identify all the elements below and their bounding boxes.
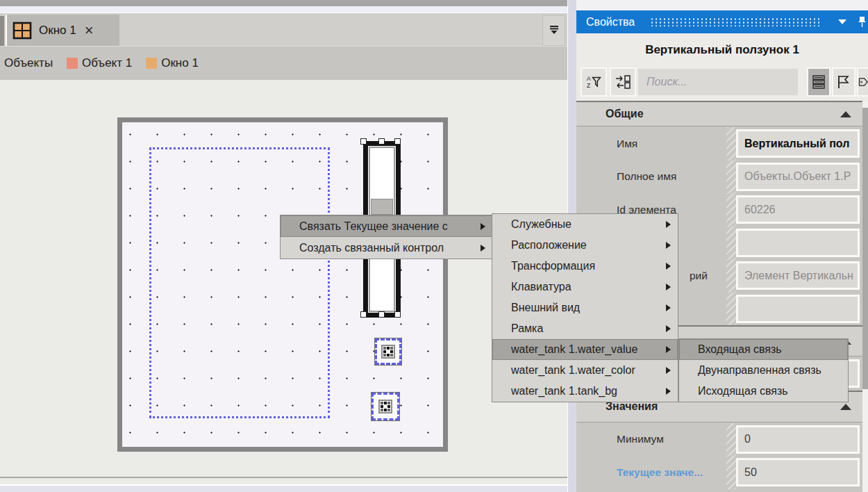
menu-item-label: Расположение xyxy=(511,239,587,252)
section-header-0[interactable]: Общие xyxy=(576,101,862,126)
property-row: Текущее значе...50 xyxy=(576,456,868,489)
property-value-field[interactable]: Объекты.Объект 1.Р xyxy=(736,163,860,191)
breadcrumb-item[interactable]: Объекты xyxy=(4,56,53,70)
menu-item[interactable]: water_tank 1.water_color xyxy=(492,360,678,381)
tab-close-icon[interactable]: × xyxy=(85,24,94,38)
menu-item-label: Внешний вид xyxy=(511,302,580,314)
menu-item[interactable]: Двунаправленная связь xyxy=(679,360,848,381)
menu-item[interactable]: Связать Текущее значение с xyxy=(281,215,492,237)
slider-thumb[interactable] xyxy=(371,199,393,215)
tag-icon xyxy=(858,74,868,90)
bind-navigate-button[interactable] xyxy=(610,67,636,97)
submenu-arrow-icon xyxy=(666,304,671,311)
collapse-arrow-icon[interactable] xyxy=(840,404,851,410)
menu-item-label: water_tank 1.tank_bg xyxy=(511,385,617,397)
submenu-arrow-icon xyxy=(666,346,671,353)
property-value-text: Объекты.Объект 1.Р xyxy=(744,170,851,183)
design-window-surface[interactable] xyxy=(117,117,448,452)
property-value-field[interactable]: 0 xyxy=(736,425,860,454)
property-label-text: Полное имя xyxy=(617,170,676,183)
tab-okno-1[interactable]: Окно 1 × xyxy=(6,15,119,46)
breadcrumb-item[interactable]: Окно 1 xyxy=(161,56,199,70)
property-value-text: 0 xyxy=(744,433,751,445)
menu-item-label: Рамка xyxy=(511,322,543,335)
menu-item-label: Входящая связь xyxy=(698,343,782,356)
context-submenu-link-type: Входящая связьДвунаправленная связьИсход… xyxy=(678,338,849,402)
bottom-panel-edge xyxy=(0,484,567,492)
bind-navigate-icon xyxy=(615,74,631,90)
submenu-arrow-icon xyxy=(666,367,671,374)
tag-button[interactable] xyxy=(857,67,868,97)
property-label: Полное имя xyxy=(576,161,736,194)
submenu-arrow-icon xyxy=(481,245,485,252)
selection-handle[interactable] xyxy=(394,311,401,318)
property-value-field[interactable]: Элемент Вертикальн xyxy=(736,261,860,290)
selection-handle[interactable] xyxy=(360,311,367,318)
menu-item[interactable]: Создать связанный контрол xyxy=(281,237,492,259)
property-row: Полное имяОбъекты.Объект 1.Р xyxy=(576,161,868,194)
flag-icon xyxy=(836,74,851,90)
property-row: ИмяВертикальный пол xyxy=(576,127,868,161)
property-value-text: 50 xyxy=(744,466,757,479)
property-label-text: Текущее значе... xyxy=(617,466,703,479)
vertical-scrollbar[interactable] xyxy=(862,101,868,492)
submenu-arrow-icon xyxy=(666,325,671,332)
menu-item[interactable]: Исходящая связь xyxy=(679,381,848,402)
property-value-field[interactable]: 50 xyxy=(736,458,860,486)
search-input[interactable] xyxy=(638,69,798,95)
property-label-text: Имя xyxy=(617,138,637,150)
submenu-arrow-icon xyxy=(666,263,671,270)
svg-text:Z: Z xyxy=(587,82,590,89)
selection-handle[interactable] xyxy=(394,138,401,145)
submenu-arrow-icon xyxy=(666,388,671,395)
breadcrumb: ОбъектыОбъект 1Окно 1 xyxy=(0,46,567,80)
menu-item-label: Связать Текущее значение с xyxy=(299,220,448,233)
water-tank-widget-1[interactable] xyxy=(375,338,401,365)
panel-menu-caret-icon[interactable] xyxy=(838,19,846,24)
breadcrumb-item[interactable]: Объект 1 xyxy=(82,56,132,70)
menu-item[interactable]: Входящая связь xyxy=(679,339,848,360)
selection-handle[interactable] xyxy=(378,311,385,318)
top-highlight-strip xyxy=(0,6,567,13)
bottom-divider xyxy=(0,477,567,478)
menu-item[interactable]: Рамка xyxy=(492,318,678,339)
property-value-field[interactable] xyxy=(736,229,860,257)
properties-panel-header[interactable]: Свойства xyxy=(576,10,868,33)
pin-icon[interactable] xyxy=(858,16,867,28)
adjacent-tab-stub[interactable] xyxy=(0,16,4,46)
selection-handle[interactable] xyxy=(360,138,367,145)
menu-item-label: Служебные xyxy=(511,218,571,231)
menu-item[interactable]: water_tank 1.water_value xyxy=(492,339,678,360)
menu-item[interactable]: water_tank 1.tank_bg xyxy=(492,381,678,402)
property-value-field[interactable]: 60226 xyxy=(736,195,860,224)
selection-handle[interactable] xyxy=(378,138,385,145)
submenu-arrow-icon xyxy=(481,223,485,230)
property-value-field[interactable] xyxy=(736,295,860,323)
property-label-text: рий xyxy=(690,270,708,282)
menu-item[interactable]: Внешний вид xyxy=(492,297,678,318)
selection-marquee xyxy=(149,147,330,418)
tab-overflow-button[interactable] xyxy=(542,15,565,46)
flag-button[interactable] xyxy=(832,67,856,97)
water-tank-widget-2[interactable] xyxy=(372,393,399,420)
section-title: Общие xyxy=(606,108,644,120)
submenu-arrow-icon xyxy=(666,221,671,228)
sort-az-filter-button[interactable]: A Z xyxy=(581,67,607,97)
app-window: Окно 1 × ОбъектыОбъект 1Окно 1 xyxy=(0,0,868,492)
menu-item-label: water_tank 1.water_value xyxy=(511,343,637,356)
list-view-button[interactable] xyxy=(807,67,831,97)
property-value-field[interactable]: Вертикальный пол xyxy=(736,129,860,158)
menu-item[interactable]: Трансформация xyxy=(492,256,678,277)
menu-item-label: Трансформация xyxy=(511,260,595,272)
collapse-arrow-icon[interactable] xyxy=(840,111,851,117)
menu-item[interactable]: Клавиатура xyxy=(492,277,678,297)
design-canvas[interactable] xyxy=(0,80,567,477)
element-title: Вертикальный ползунок 1 xyxy=(576,33,868,66)
scrollbar-thumb[interactable] xyxy=(862,108,868,389)
drag-handle-dots[interactable] xyxy=(650,17,820,26)
menu-item[interactable]: Служебные xyxy=(492,214,678,235)
context-submenu-properties: СлужебныеРасположениеТрансформацияКлавиа… xyxy=(492,213,678,402)
tab-label: Окно 1 xyxy=(39,24,76,38)
menu-item[interactable]: Расположение xyxy=(492,235,678,256)
window-grid-icon xyxy=(12,21,32,40)
